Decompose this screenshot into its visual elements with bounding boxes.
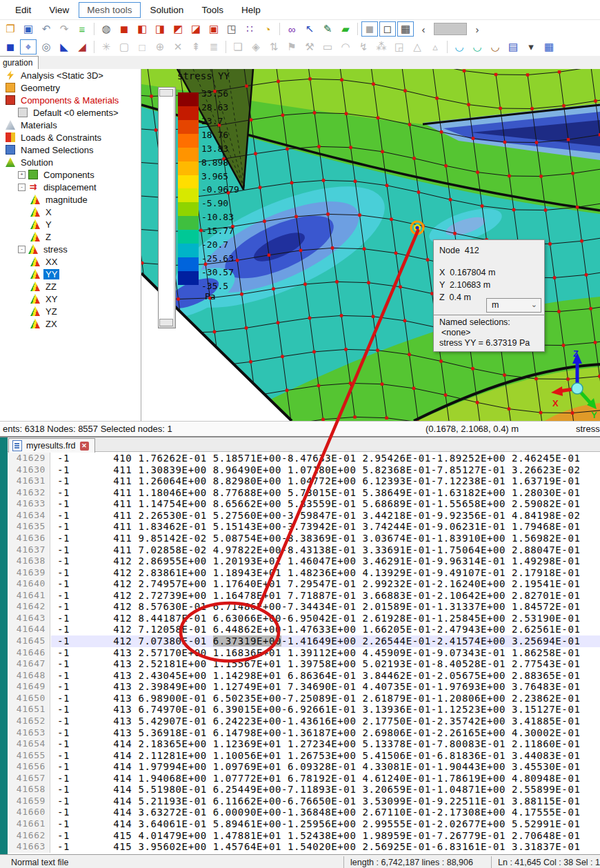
code-line[interactable]: -1 412 8.44187E-01 6.63066E+00-6.95042E-… xyxy=(51,613,600,624)
measure-icon[interactable]: ◔ xyxy=(259,21,276,37)
frame-scrubber[interactable] xyxy=(434,23,467,35)
tree-item-components-materials[interactable]: Components & Materials xyxy=(0,94,141,106)
dashed-box-icon[interactable]: ▢ xyxy=(116,39,132,55)
animate-icon[interactable]: ◡ xyxy=(487,39,503,55)
remove-selection-icon[interactable]: ◢ xyxy=(74,39,90,55)
tree-item-materials[interactable]: Materials xyxy=(0,119,141,131)
menu-view[interactable]: View xyxy=(41,2,77,18)
mesh-cube-5-icon[interactable]: ◪ xyxy=(188,21,204,37)
flag-icon[interactable]: ⚑ xyxy=(283,39,300,55)
image-export-icon[interactable]: ◲ xyxy=(391,39,408,55)
code-line[interactable]: -1 413 2.52181E+00 1.15567E+01 1.39758E+… xyxy=(51,658,600,670)
code-line[interactable]: -1 413 5.36918E-01 6.14798E+00-1.36187E+… xyxy=(51,727,600,739)
zoom-region-icon[interactable]: ◳ xyxy=(223,21,240,37)
sphere-cage-icon[interactable]: ⊕ xyxy=(152,39,168,55)
selected-value[interactable]: 6.37319E+00 xyxy=(213,635,281,647)
cylinder-icon[interactable]: ▭ xyxy=(319,39,336,55)
scatter-icon[interactable]: ⁂ xyxy=(373,39,390,55)
tree-expander-icon[interactable]: - xyxy=(18,246,26,253)
tab-myresults-frd[interactable]: myresults.frd ✕ xyxy=(8,438,95,453)
menu-solution[interactable]: Solution xyxy=(142,2,192,18)
code-line[interactable]: -1 411 9.85142E-02 5.08754E+00-8.38369E-… xyxy=(51,533,600,544)
refine-blocks-icon[interactable]: ∷ xyxy=(241,21,258,37)
code-line[interactable]: -1 411 1.30839E+00 8.96490E+00 1.07180E+… xyxy=(51,464,600,476)
delete-icon[interactable]: ✕ xyxy=(170,39,186,55)
tree-item-components[interactable]: +Components xyxy=(0,168,141,181)
code-line[interactable]: -1 413 2.39849E+00 1.12749E+01 7.34690E-… xyxy=(51,681,600,693)
tree-item-geometry[interactable]: Geometry xyxy=(0,81,141,94)
deformed-view-icon[interactable]: ◡ xyxy=(451,39,468,55)
node-list-icon[interactable]: ⇞ xyxy=(188,39,204,55)
tree-item-loads-constraints[interactable]: Loads & Constraints xyxy=(0,131,141,144)
code-line[interactable]: -1 411 2.26530E-01 5.27560E+00-3.59847E-… xyxy=(51,510,600,522)
tree-item-y[interactable]: Y xyxy=(0,218,141,230)
code-line[interactable]: -1 413 2.43045E+00 1.14298E+01 6.86364E-… xyxy=(51,670,600,682)
code-line[interactable]: -1 413 6.74970E-01 6.39015E+00-6.92661E-… xyxy=(51,704,600,716)
tree-item-zx[interactable]: ZX xyxy=(0,317,141,330)
tree-expander-icon[interactable]: + xyxy=(18,171,26,179)
tree-item-z[interactable]: Z xyxy=(0,230,141,243)
element-list-icon[interactable]: ≣ xyxy=(206,39,222,55)
tree-item-yz[interactable]: YZ xyxy=(0,305,141,317)
tree-item-default-0-elements-[interactable]: Default <0 elements> xyxy=(0,106,141,119)
code-line[interactable]: -1 411 1.26064E+00 8.82980E+00 1.04772E+… xyxy=(51,475,600,487)
tri-coarse-icon[interactable]: △ xyxy=(409,39,426,55)
menu-mesh-tools[interactable]: Mesh tools xyxy=(79,2,140,18)
code-line[interactable]: -1 411 1.14754E+00 8.65662E+00 5.83559E-… xyxy=(51,498,600,510)
view-mesh-icon[interactable]: ▦ xyxy=(397,21,414,37)
diamond-icon[interactable]: ◈ xyxy=(248,39,264,55)
viewport-3d[interactable]: stress YY 33.5628.6323.718.7613.838.8983… xyxy=(141,69,600,421)
code-line[interactable]: -1 412 2.74957E+00 1.17640E+01 7.29547E-… xyxy=(51,578,600,590)
code-line[interactable]: -1 414 1.94068E+00 1.07772E+01 6.78192E-… xyxy=(51,773,600,785)
code-line[interactable]: -1 411 7.02858E-02 4.97822E+00-8.43138E-… xyxy=(51,544,600,556)
hook-icon[interactable]: ↯ xyxy=(355,39,372,55)
code-line[interactable]: -1 413 2.57170E+00 1.16836E+01 1.39112E+… xyxy=(51,647,600,659)
film-dropdown-icon[interactable]: ▾ xyxy=(523,39,539,55)
text-editor[interactable]: 4162941630416314163241633416344163541636… xyxy=(8,453,600,853)
code-line[interactable]: -1 414 2.11281E+00 1.10056E+01 1.26753E+… xyxy=(51,750,600,762)
sketch-icon[interactable]: ✎ xyxy=(319,21,336,37)
mesh-cube-4-icon[interactable]: ◩ xyxy=(170,21,186,37)
tab-configuration[interactable]: guration xyxy=(0,56,39,70)
view-solid-icon[interactable]: ◼ xyxy=(361,21,378,37)
save-icon[interactable]: ▣ xyxy=(20,21,37,37)
code-line[interactable]: -1 413 6.98900E-01 6.50235E+00-7.25089E-… xyxy=(51,693,600,704)
tree-item-named-selections[interactable]: Named Selections xyxy=(0,144,141,156)
code-line[interactable]: -1 414 2.18365E+00 1.12369E+01 1.27234E+… xyxy=(51,738,600,750)
open-file-icon[interactable]: ❐ xyxy=(2,21,19,37)
code-line[interactable]: -1 410 1.76262E-01 5.18571E+00-8.47633E-… xyxy=(51,453,600,464)
sweep-icon[interactable]: ▰ xyxy=(337,21,354,37)
view-wireframe-icon[interactable]: ◻ xyxy=(379,21,396,37)
tree-item-magnitude[interactable]: magnitude xyxy=(0,193,141,206)
tree-item-yy[interactable]: YY xyxy=(0,268,141,280)
code-line[interactable]: -1 413 5.42907E-01 6.24223E+00-1.43616E+… xyxy=(51,716,600,727)
code-line[interactable]: -1 414 3.63272E-01 6.00090E+00-1.36848E+… xyxy=(51,807,600,818)
tree-item-x[interactable]: X xyxy=(0,206,141,218)
numbered-select-icon[interactable]: ↖ xyxy=(301,21,318,37)
add-selection-icon[interactable]: ◣ xyxy=(56,39,72,55)
tree-item-xx[interactable]: XX xyxy=(0,255,141,268)
tree-item-zz[interactable]: ZZ xyxy=(0,280,141,293)
box-select-icon[interactable]: ⌖ xyxy=(20,39,37,55)
tree-item-xy[interactable]: XY xyxy=(0,293,141,305)
tree-item-solution[interactable]: Solution xyxy=(0,156,141,168)
code-line[interactable]: -1 411 1.83462E-01 5.15143E+00-3.73942E-… xyxy=(51,521,600,533)
mesh-cube-6-icon[interactable]: ▣ xyxy=(206,21,222,37)
tree-item-analysis-static-3d-[interactable]: Analysis <Static 3D> xyxy=(0,69,141,81)
code-line[interactable]: -1 412 8.57630E-01 6.71486E+00-7.34434E-… xyxy=(51,601,600,613)
code-line[interactable]: -1 411 1.18046E+00 8.77688E+00 5.73015E-… xyxy=(51,487,600,499)
arch-icon[interactable]: ◠ xyxy=(337,39,354,55)
wireframe-sphere-icon[interactable]: ◍ xyxy=(98,21,114,37)
code-line[interactable]: -1 412 7.07380E-01 6.37319E+00-1.41649E+… xyxy=(51,635,600,647)
code-line[interactable]: -1 414 5.21193E-01 6.11662E+00-6.76650E-… xyxy=(51,796,600,807)
mirror-icon[interactable]: ⇅ xyxy=(266,39,282,55)
face-icon[interactable]: □ xyxy=(134,39,150,55)
code-line[interactable]: -1 412 2.86955E+00 1.20193E+01 1.46047E+… xyxy=(51,555,600,567)
3d-glasses-icon[interactable]: ∞ xyxy=(283,21,300,37)
code-line[interactable]: -1 415 3.95602E+00 1.45764E+01 1.54020E+… xyxy=(51,841,600,853)
code-area[interactable]: -1 410 1.76262E-01 5.18571E+00-8.47633E-… xyxy=(51,453,600,853)
code-line[interactable]: -1 412 2.72739E+00 1.16478E+01 7.71887E-… xyxy=(51,590,600,602)
code-line[interactable]: -1 414 3.64061E-01 5.89461E+00-1.25956E+… xyxy=(51,818,600,830)
code-line[interactable]: -1 415 4.01479E+00 1.47881E+01 1.52438E+… xyxy=(51,830,600,842)
close-tab-icon[interactable]: ✕ xyxy=(80,442,89,451)
